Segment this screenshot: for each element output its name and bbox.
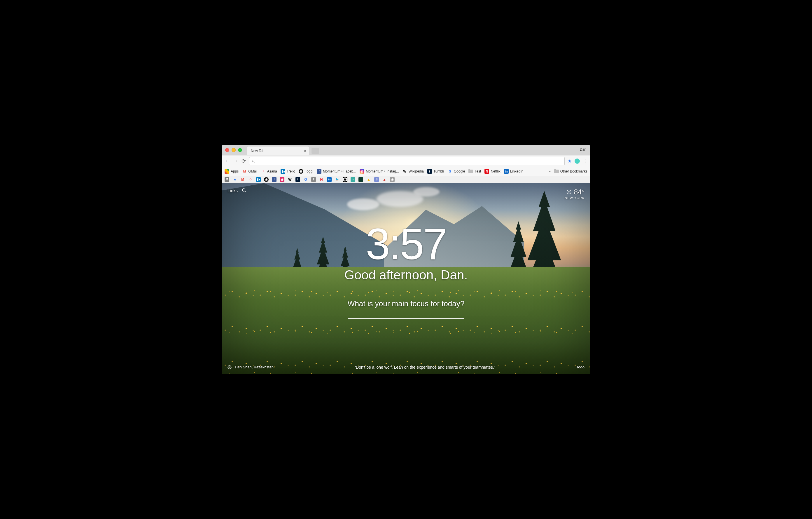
maximize-window-button[interactable] — [238, 148, 242, 152]
extension-github-icon[interactable] — [343, 177, 347, 182]
quote[interactable]: “Don't be a lone wolf. Lean on the exper… — [273, 365, 576, 370]
bookmark-linkedin[interactable]: inLinkedIn — [504, 169, 523, 174]
tab-title: New Tab — [251, 149, 264, 153]
minimize-window-button[interactable] — [232, 148, 236, 152]
svg-point-13 — [229, 366, 230, 368]
bookmark-label: Tumblr — [433, 169, 444, 173]
extension-cam-icon[interactable]: ◉ — [390, 177, 395, 182]
bookmarks-bar: AppsMGMail⁘AsanaTrello◉TogglfMomentum • … — [222, 167, 590, 176]
back-button[interactable]: ← — [225, 158, 230, 164]
bookmark-netflix[interactable]: NNetflix — [485, 169, 500, 174]
bookmark-label: GMail — [248, 169, 257, 173]
bookmark-google[interactable]: GGoogle — [448, 169, 465, 174]
bookmark-apps[interactable]: Apps — [225, 169, 239, 174]
bookmark-label: Test — [474, 169, 481, 173]
extension-twitter-icon[interactable]: 🐦 — [335, 177, 340, 182]
close-window-button[interactable] — [225, 148, 229, 152]
profile-avatar[interactable] — [575, 159, 580, 164]
extension-square-icon[interactable] — [358, 177, 363, 182]
other-bookmarks-folder[interactable]: Other Bookmarks — [554, 169, 587, 173]
bookmark-gmail[interactable]: MGMail — [242, 169, 257, 174]
extension-tri-icon[interactable]: ▲ — [382, 177, 387, 182]
extension-wikipedia-icon[interactable]: W — [288, 177, 292, 182]
browser-window: New Tab × Dan ← → ⟳ ★ ⋮ AppsMGMail⁘Asana… — [222, 145, 590, 374]
extension-gmail-icon[interactable]: M — [240, 177, 245, 182]
bookmark-trello[interactable]: Trello — [281, 169, 295, 174]
bookmark-momentum-faceb-[interactable]: fMomentum • Faceb... — [317, 169, 356, 174]
window-controls — [222, 145, 245, 155]
bookmark-tumblr[interactable]: tTumblr — [427, 169, 444, 174]
extension-trello-icon[interactable] — [256, 177, 261, 182]
menu-button[interactable]: ⋮ — [583, 158, 587, 164]
reload-button[interactable]: ⟳ — [241, 158, 246, 164]
address-bar[interactable] — [249, 157, 565, 165]
new-tab-button[interactable] — [312, 148, 319, 154]
extension-s-icon[interactable]: S — [374, 177, 379, 182]
bookmark-test[interactable]: Test — [468, 169, 481, 173]
search-icon — [252, 159, 255, 163]
extension-asana-icon[interactable]: ⁘ — [248, 177, 253, 182]
greeting: Good afternoon, Dan. — [344, 268, 468, 282]
bookmark-momentum-instag-[interactable]: ◎Momentum • Instag... — [359, 169, 399, 174]
bookmark-label: LinkedIn — [510, 169, 523, 173]
extension-facebook-icon[interactable]: f — [272, 177, 277, 182]
settings-button[interactable] — [228, 365, 232, 369]
bookmark-label: Momentum • Faceb... — [323, 169, 356, 173]
toolbar: ← → ⟳ ★ ⋮ — [222, 155, 590, 167]
bookmark-label: Toggl — [305, 169, 313, 173]
profile-name[interactable]: Dan — [580, 147, 586, 152]
extension-drive-icon[interactable]: ▲ — [366, 177, 371, 182]
bookmarks-overflow-button[interactable]: » — [549, 169, 551, 173]
momentum-center: 3:57 Good afternoon, Dan. What is your m… — [222, 183, 590, 366]
bookmark-wikipedia[interactable]: WWikipedia — [403, 169, 424, 174]
bookmark-star-icon[interactable]: ★ — [568, 158, 572, 164]
extension-star-icon[interactable]: ★ — [232, 177, 237, 182]
momentum-dashboard: Links 84° NEW YORK 3:57 Good afternoon, … — [222, 183, 590, 374]
svg-line-1 — [254, 161, 255, 162]
browser-tab[interactable]: New Tab × — [247, 146, 309, 155]
extension-medium-icon[interactable]: M — [225, 177, 229, 182]
bookmark-label: Google — [454, 169, 465, 173]
bookmark-toggl[interactable]: ◉Toggl — [299, 169, 313, 174]
tab-strip: New Tab × Dan — [222, 145, 590, 155]
bookmark-label: Trello — [287, 169, 295, 173]
extension-tumblr-icon[interactable]: t — [295, 177, 300, 182]
focus-prompt: What is your main focus for today? — [348, 299, 464, 308]
close-tab-button[interactable]: × — [304, 148, 306, 153]
extension-toggl-icon[interactable]: ◉ — [264, 177, 269, 182]
folder-icon — [554, 170, 559, 173]
forward-button[interactable]: → — [233, 158, 238, 164]
bookmark-asana[interactable]: ⁘Asana — [261, 169, 277, 174]
extension-t2-icon[interactable]: T — [311, 177, 316, 182]
bookmark-label: Netflix — [491, 169, 500, 173]
photo-location[interactable]: Tien Shan, Kazakhstan — [234, 365, 273, 369]
svg-point-0 — [252, 160, 254, 162]
bookmark-label: Apps — [231, 169, 239, 173]
extensions-strip: M★M⁘◉f◉WtGTNin🐦m▲S▲◉ — [222, 176, 590, 183]
bookmark-label: Momentum • Instag... — [366, 169, 399, 173]
focus-input[interactable] — [348, 318, 464, 319]
bookmark-label: Wikipedia — [409, 169, 424, 173]
other-bookmarks-label: Other Bookmarks — [560, 169, 587, 173]
todo-button[interactable]: Todo — [576, 365, 584, 369]
extension-instagram-icon[interactable]: ◉ — [280, 177, 284, 182]
extension-netflix-icon[interactable]: N — [319, 177, 324, 182]
extension-linkedin-icon[interactable]: in — [327, 177, 331, 182]
extension-google-icon[interactable]: G — [303, 177, 308, 182]
extension-momentum-icon[interactable]: m — [351, 177, 355, 182]
bookmark-label: Asana — [267, 169, 277, 173]
clock: 3:57 — [366, 222, 446, 266]
momentum-bottombar: Tien Shan, Kazakhstan “Don't be a lone w… — [228, 365, 584, 370]
